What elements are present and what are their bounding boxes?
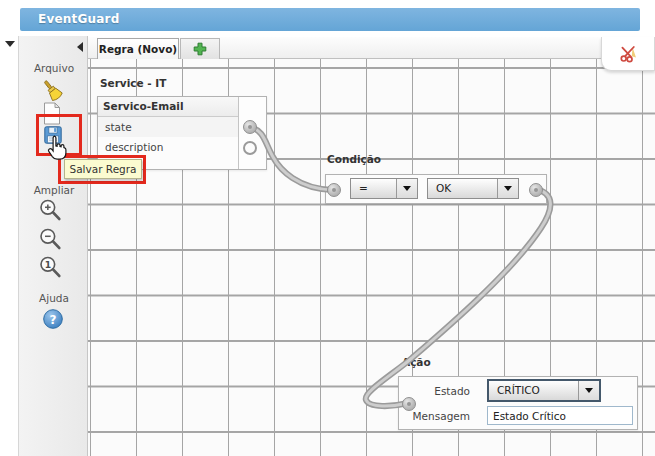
tab-bar: Regra (Novo) xyxy=(88,37,655,59)
cut-tool-panel[interactable] xyxy=(601,37,655,71)
port-condition-output[interactable] xyxy=(529,183,543,197)
value-dropdown[interactable]: OK xyxy=(427,178,519,199)
dropdown-arrow xyxy=(578,381,599,400)
zoom-reset-icon[interactable]: 1 xyxy=(37,254,63,280)
port-state-output[interactable] xyxy=(243,120,257,134)
tab-regra-novo[interactable]: Regra (Novo) xyxy=(97,38,179,59)
operator-dropdown[interactable]: = xyxy=(350,178,418,199)
save-tooltip: Salvar Regra xyxy=(64,159,142,179)
zoom-out-icon[interactable] xyxy=(37,226,63,252)
source-node-title: Service - IT xyxy=(100,77,166,89)
source-node-header: Servico-Email xyxy=(98,97,238,117)
dropdown-arrow xyxy=(497,179,518,198)
menu-down-triangle-icon[interactable] xyxy=(5,41,15,47)
zoom-in-icon[interactable] xyxy=(37,197,63,223)
svg-text:?: ? xyxy=(50,313,57,327)
field-row-state[interactable]: state xyxy=(98,117,238,137)
new-file-icon[interactable] xyxy=(42,102,62,125)
eventguard-window: EventGuard Arquivo xyxy=(0,0,655,456)
sidebar-section-arquivo: Arquivo xyxy=(19,62,89,74)
port-condition-input[interactable] xyxy=(327,183,341,197)
mensagem-label: Mensagem xyxy=(412,410,470,422)
sidebar-section-ajuda: Ajuda xyxy=(19,292,89,304)
sidebar: Arquivo xyxy=(18,36,88,456)
app-title: EventGuard xyxy=(20,8,640,31)
save-icon[interactable] xyxy=(44,126,62,144)
clean-icon[interactable] xyxy=(40,78,65,103)
port-description-output[interactable] xyxy=(243,141,257,155)
sidebar-collapse-icon[interactable] xyxy=(77,42,83,52)
titlebar: EventGuard xyxy=(20,8,640,31)
svg-text:1: 1 xyxy=(45,259,51,270)
estado-dropdown[interactable]: CRÍTICO xyxy=(487,379,601,402)
field-row-description[interactable]: description xyxy=(98,137,238,157)
estado-value: CRÍTICO xyxy=(489,381,578,400)
estado-label: Estado xyxy=(415,385,470,397)
condition-node-title: Condição xyxy=(327,153,381,165)
condition-value: OK xyxy=(428,179,497,198)
mensagem-input[interactable] xyxy=(487,406,633,425)
add-tab-button[interactable] xyxy=(180,38,220,59)
dropdown-arrow xyxy=(396,179,417,198)
sidebar-section-ampliar: Ampliar xyxy=(19,184,89,196)
port-action-input[interactable] xyxy=(402,397,416,411)
action-node-title: Ação xyxy=(402,356,431,368)
help-icon[interactable]: ? xyxy=(42,308,64,330)
scissors-icon xyxy=(618,44,638,64)
plus-icon xyxy=(193,42,207,56)
operator-value: = xyxy=(351,179,396,198)
